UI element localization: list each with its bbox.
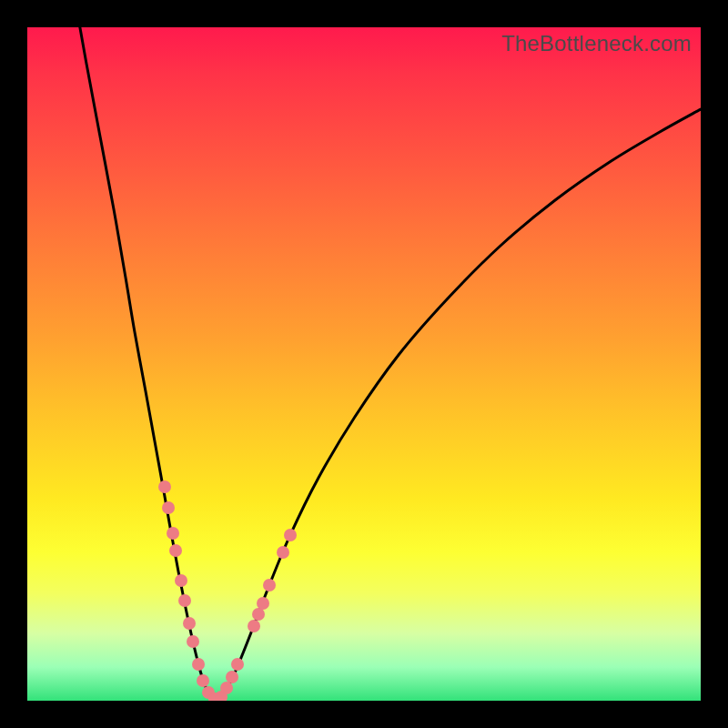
data-dot: [169, 544, 182, 557]
data-dot: [197, 674, 209, 687]
data-dot: [257, 597, 269, 610]
data-dot: [192, 658, 205, 671]
data-dot: [175, 574, 187, 587]
curve-right-branch: [217, 109, 701, 701]
series-group: [77, 27, 701, 701]
data-dot: [231, 658, 244, 671]
data-dot: [277, 546, 289, 559]
data-dot: [183, 617, 196, 630]
data-dot: [263, 579, 276, 592]
data-dot: [158, 480, 171, 493]
chart-frame: TheBottleneck.com: [0, 0, 728, 728]
data-dot: [284, 529, 297, 541]
data-dot: [226, 671, 238, 683]
dots-group: [158, 480, 297, 701]
data-dot: [187, 635, 199, 648]
curve-left-branch: [77, 27, 217, 701]
data-dot: [167, 527, 179, 540]
data-dot: [162, 501, 175, 514]
curve-svg: [27, 27, 701, 701]
data-dot: [252, 608, 265, 621]
plot-area: TheBottleneck.com: [27, 27, 701, 701]
data-dot: [248, 620, 260, 632]
data-dot: [178, 594, 191, 607]
data-dot: [220, 682, 233, 694]
